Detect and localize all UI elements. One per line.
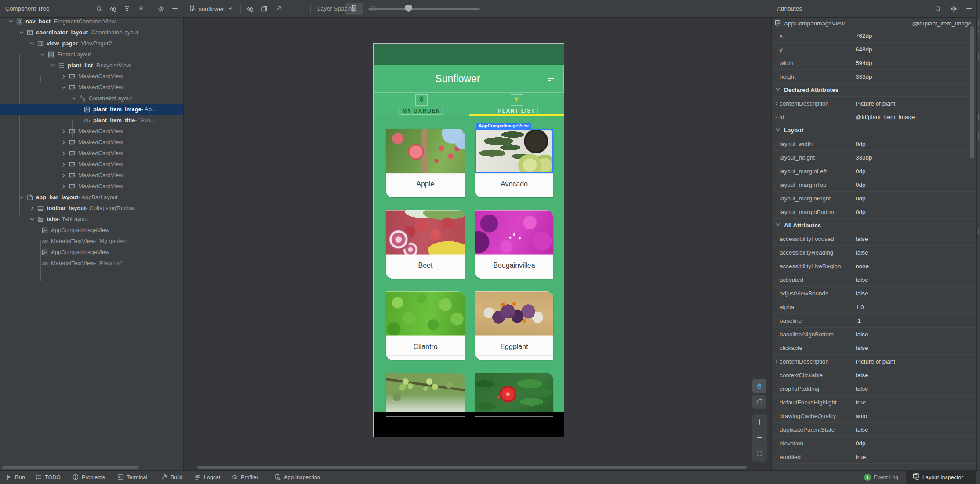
chevron-right-icon[interactable] xyxy=(59,183,69,190)
layer-spacing-slider[interactable] xyxy=(368,8,480,10)
attribute-row-layout-marginRight[interactable]: layout_marginRight0dp xyxy=(772,192,976,205)
chevron-right-icon[interactable] xyxy=(59,172,69,179)
attribute-row-duplicateParentState[interactable]: duplicateParentStatefalse xyxy=(772,423,976,437)
attribute-row-accessibilityFocused[interactable]: accessibilityFocusedfalse xyxy=(772,232,976,246)
attribute-row-activated[interactable]: activatedfalse xyxy=(772,273,976,287)
center-horizontal-scrollbar[interactable] xyxy=(197,466,747,469)
tree-item-toolbar-layout[interactable]: toolbar_layout - CollapsingToolbar... xyxy=(0,203,184,214)
chevron-down-icon[interactable] xyxy=(6,18,16,25)
search-icon[interactable] xyxy=(94,3,105,15)
process-picker[interactable]: sunflower xyxy=(186,3,236,15)
tree-item-maskedcardview[interactable]: ?MaskedCardView xyxy=(0,126,184,137)
attribute-row-baselineAlignBottom[interactable]: baselineAlignBottomfalse xyxy=(772,328,976,341)
attribute-row-drawingCacheQuality[interactable]: drawingCacheQualityauto xyxy=(772,409,976,423)
tree-item-appcompatimageview[interactable]: AppCompatImageView xyxy=(0,247,184,258)
chevron-right-icon[interactable] xyxy=(59,150,69,157)
tree-item-maskedcardview[interactable]: ?MaskedCardView xyxy=(0,170,184,181)
attribute-row-y[interactable]: y648dp xyxy=(772,43,976,56)
plant-card-eggplant[interactable]: Eggplant xyxy=(475,291,553,360)
attr-gear-icon[interactable] xyxy=(948,3,959,15)
tree-item-appcompatimageview[interactable]: AppCompatImageView xyxy=(0,225,184,236)
tree-item-maskedcardview[interactable]: ?MaskedCardView xyxy=(0,82,184,93)
statusbar-app-inspection-button[interactable]: App Inspection xyxy=(272,471,322,484)
expand-all-icon[interactable] xyxy=(121,3,133,15)
chevron-down-icon[interactable] xyxy=(27,40,37,47)
tree-item-materialtextview[interactable]: AbMaterialTextView - "Plant list" xyxy=(0,258,184,269)
attribute-row-layout-marginTop[interactable]: layout_marginTop0dp xyxy=(772,178,976,192)
expand-attribute-icon[interactable] xyxy=(773,113,780,120)
zoom-fit-button[interactable] xyxy=(752,446,767,462)
statusbar-problems-button[interactable]: Problems xyxy=(70,471,107,484)
export-icon[interactable] xyxy=(272,3,284,15)
tree-item-maskedcardview[interactable]: ?MaskedCardView xyxy=(0,71,184,82)
tree-item-maskedcardview[interactable]: ?MaskedCardView xyxy=(0,137,184,148)
tree-item-maskedcardview[interactable]: ?MaskedCardView xyxy=(0,181,184,192)
layer-spacing-slider-thumb[interactable] xyxy=(405,5,412,12)
tree-item-nav-host[interactable]: nav_host - FragmentContainerView xyxy=(0,18,184,27)
expand-attribute-icon[interactable] xyxy=(773,358,780,365)
tab-my-garden[interactable]: MY GARDEN xyxy=(374,93,469,116)
attribute-row-layout-width[interactable]: layout_width0dp xyxy=(772,137,976,151)
attribute-row-id[interactable]: id@id/plant_item_image xyxy=(772,110,976,124)
filter-icon[interactable] xyxy=(548,76,558,82)
attributes-scrollbar[interactable] xyxy=(970,26,974,158)
chevron-right-icon[interactable] xyxy=(59,161,69,168)
attribute-row-contentDescription[interactable]: contentDescriptionPicture of plant xyxy=(772,355,976,368)
attribute-row-height[interactable]: height333dp xyxy=(772,70,976,84)
attributes-section-all-attributes[interactable]: All Attributes xyxy=(772,219,976,232)
attribute-row-cropToPadding[interactable]: cropToPaddingfalse xyxy=(772,382,976,396)
tree-item-tabs[interactable]: tabs - TabLayout xyxy=(0,214,184,225)
statusbar-todo-button[interactable]: TODO xyxy=(33,471,62,484)
plant-card-beet[interactable]: Beet xyxy=(386,210,465,279)
tree-item-plant-list[interactable]: plant_list - RecyclerView xyxy=(0,60,184,71)
attribute-row-width[interactable]: width594dp xyxy=(772,56,976,70)
minimize-panel-icon[interactable] xyxy=(169,3,181,15)
collapse-all-icon[interactable] xyxy=(135,3,147,15)
tab-plant-list[interactable]: PLANT LIST xyxy=(469,93,564,116)
statusbar-profiler-button[interactable]: Profiler xyxy=(229,471,260,484)
attr-search-icon[interactable] xyxy=(933,3,944,15)
snapshot-icon[interactable] xyxy=(258,3,270,15)
statusbar-build-button[interactable]: Build xyxy=(159,471,185,484)
tree-item-constraintlayout[interactable]: ConstraintLayout xyxy=(0,93,184,104)
attribute-row-layout-height[interactable]: layout_height333dp xyxy=(772,151,976,164)
plant-card-bougainvillea[interactable]: Bougainvillea xyxy=(475,210,553,279)
tree-item-coordinator-layout[interactable]: coordinator_layout - CoordinatorLayout xyxy=(0,27,184,38)
statusbar-logcat-button[interactable]: Logcat xyxy=(192,471,222,484)
tree-item-app-bar-layout[interactable]: app_bar_layout - AppBarLayout xyxy=(0,192,184,203)
attribute-row-layout-marginBottom[interactable]: layout_marginBottom0dp xyxy=(772,205,976,219)
chevron-down-icon[interactable] xyxy=(27,216,37,223)
zoom-out-button[interactable] xyxy=(752,430,767,446)
chevron-down-icon[interactable] xyxy=(69,95,79,102)
attributes-section-declared-attributes[interactable]: Declared Attributes xyxy=(772,84,976,97)
attribute-row-contextClickable[interactable]: contextClickablefalse xyxy=(772,368,976,382)
attribute-row-defaultFocusHighlight-[interactable]: defaultFocusHighlight...true xyxy=(772,396,976,409)
attribute-row-x[interactable]: x762dp xyxy=(772,29,976,43)
attribute-row-accessibilityHeading[interactable]: accessibilityHeadingfalse xyxy=(772,246,976,259)
attribute-row-enabled[interactable]: enabledtrue xyxy=(772,450,976,464)
device-render-panel[interactable]: Sunflower MY GARDENPLANT LIST AppleAvoca… xyxy=(184,18,771,470)
chevron-down-icon[interactable] xyxy=(17,194,26,201)
tree-item-maskedcardview[interactable]: ?MaskedCardView xyxy=(0,148,184,159)
attribute-row-elevation[interactable]: elevation0dp xyxy=(772,437,976,450)
pan-mode-button[interactable] xyxy=(752,379,766,393)
attr-minimize-icon[interactable] xyxy=(963,3,975,15)
event-log-button[interactable]: 1 Event Log xyxy=(862,471,900,484)
tree-item-materialtextview[interactable]: AbMaterialTextView - "My garden" xyxy=(0,236,184,247)
plant-list[interactable]: AppleAvocadoBeetBougainvilleaCilantroEgg… xyxy=(374,116,564,412)
attribute-row-adjustViewBounds[interactable]: adjustViewBoundsfalse xyxy=(772,287,976,300)
chevron-right-icon[interactable] xyxy=(59,128,69,135)
chevron-right-icon[interactable] xyxy=(59,139,69,146)
chevron-down-icon[interactable] xyxy=(38,51,47,58)
attribute-row-accessibilityLiveRegion[interactable]: accessibilityLiveRegionnone xyxy=(772,259,976,273)
device-screenshot[interactable]: Sunflower MY GARDENPLANT LIST AppleAvoca… xyxy=(373,43,564,437)
expand-attribute-icon[interactable] xyxy=(773,100,780,107)
tree-item-view-pager[interactable]: view_pager - ViewPager2 xyxy=(0,38,184,49)
chevron-down-icon[interactable] xyxy=(59,84,69,91)
chevron-down-icon[interactable] xyxy=(17,29,26,36)
attribute-row-contentDescription[interactable]: contentDescriptionPicture of plant xyxy=(772,97,976,110)
plant-card-avocado[interactable]: Avocado xyxy=(475,129,553,197)
layout-inspector-tab[interactable]: Layout Inspector xyxy=(906,471,976,484)
tree-horizontal-scrollbar[interactable] xyxy=(2,466,139,469)
chevron-right-icon[interactable] xyxy=(59,73,69,80)
